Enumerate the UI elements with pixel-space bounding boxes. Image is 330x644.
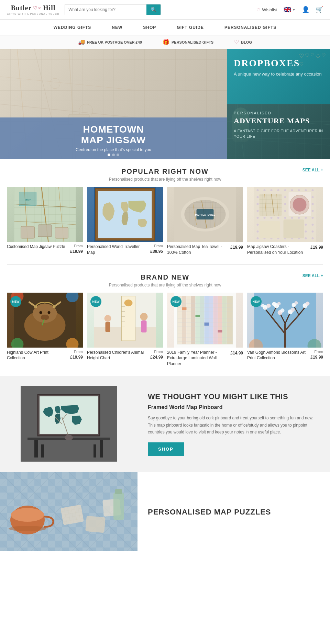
nav-item-shop[interactable]: SHOP [133, 20, 166, 35]
svg-point-73 [124, 300, 133, 306]
svg-rect-30 [55, 227, 68, 238]
svg-rect-89 [196, 296, 200, 344]
product-image-jigsaw: MAP [7, 187, 83, 242]
svg-point-65 [40, 311, 42, 314]
truck-icon: 🚚 [78, 39, 85, 45]
product-image-world-map [87, 187, 163, 242]
brand-new-see-all[interactable]: SEE ALL + [302, 273, 323, 278]
svg-rect-95 [222, 296, 227, 344]
svg-text:MAP TEA TOWEL: MAP TEA TOWEL [195, 214, 215, 216]
gift-icon: 🎁 [163, 39, 169, 45]
search-input[interactable] [65, 4, 146, 15]
svg-rect-111 [205, 323, 209, 326]
product-card-height-chart[interactable]: NEW [87, 293, 163, 369]
nav-item-gift-guide[interactable]: GIFT GUIDE [166, 20, 214, 35]
logo[interactable]: Butler ♡∞ Hill GIFTS WITH A PERSONAL TOU… [7, 4, 59, 15]
product-info-height-chart: Personalised Children's Animal Height Ch… [87, 348, 163, 363]
product-card-tea-towel[interactable]: MAP TEA TOWEL Personalised Map Tea Towel… [167, 187, 243, 258]
hero-dot-1[interactable] [108, 154, 110, 156]
svg-rect-54 [260, 221, 280, 238]
product-info-jigsaw: Customised Map Jigsaw Puzzle From £19.99 [7, 242, 83, 256]
bottom-teaser-title: PERSONALISED MAP PUZZLES [148, 508, 320, 517]
product-price-world-map: £39.95 [150, 249, 163, 254]
svg-rect-96 [227, 296, 233, 344]
product-info-almond: Van Gogh Almond Blossoms Art Print Colle… [247, 348, 323, 363]
brand-new-title: BRAND NEW [7, 273, 323, 281]
bottom-teaser: PERSONALISED MAP PUZZLES [0, 472, 330, 552]
product-name-tea-towel: Personalised Map Tea Towel - 100% Cotton [167, 244, 228, 256]
hero-left-heading: HOMETOWNMAP JIGSAW [7, 124, 220, 146]
hero-left-overlay: HOMETOWNMAP JIGSAW Centred on the place … [0, 117, 227, 159]
product-card-coasters[interactable]: Map Jigsaw Coasters - Personalised on Yo… [247, 187, 323, 258]
product-name-coasters: Map Jigsaw Coasters - Personalised on Yo… [247, 244, 308, 256]
svg-rect-144 [94, 444, 96, 457]
info-shipping[interactable]: 🚚 FREE UK POSTAGE OVER £40 [78, 39, 142, 45]
product-name-jigsaw: Customised Map Jigsaw Puzzle [7, 244, 67, 250]
svg-rect-165 [60, 505, 84, 525]
hero-adventure[interactable]: PERSONALISED ADVENTURE MAPS A FANTASTIC … [227, 104, 330, 159]
hero-dot-3[interactable] [117, 154, 119, 156]
hero-left-subtext: Centred on the place that's special to y… [7, 147, 220, 152]
chevron-down-icon: ▼ [292, 8, 296, 12]
svg-point-132 [291, 308, 295, 312]
nav-item-wedding-gifts[interactable]: WEDDING GIFTS [43, 20, 102, 35]
svg-rect-112 [218, 330, 222, 332]
feature-image [0, 376, 138, 472]
product-card-highland[interactable]: NEW [7, 293, 83, 369]
new-badge-planner: NEW [170, 296, 182, 307]
svg-rect-93 [213, 296, 218, 344]
product-card-planner[interactable]: NEW [167, 293, 243, 369]
product-image-tea-towel: MAP TEA TOWEL [167, 187, 243, 242]
nav-item-personalised-gifts[interactable]: PERSONALISED GIFTS [214, 20, 287, 35]
svg-rect-167 [115, 489, 122, 494]
svg-point-53 [293, 198, 307, 212]
product-price-planner: £14.99 [230, 351, 243, 355]
product-card-world-map[interactable]: Personalised World Traveller Map From £3… [87, 187, 163, 258]
logo-text-butler: Butler [11, 4, 32, 12]
brand-new-products: NEW [7, 293, 323, 369]
svg-point-125 [261, 304, 265, 307]
search-button[interactable]: 🔍 [146, 4, 161, 15]
new-badge-almond: NEW [251, 296, 262, 307]
info-personalised-text: PERSONALISED GIFTS [172, 40, 213, 44]
product-price-almond: £19.99 [310, 355, 323, 360]
new-badge-highland: NEW [10, 296, 21, 307]
popular-see-all[interactable]: SEE ALL + [302, 168, 323, 172]
hero-dropboxes[interactable]: ♡ ♡ ♡ ♡ ♡ ♡ DROPBOXES A unique new way t… [227, 49, 330, 104]
product-from-jigsaw: From [70, 244, 83, 248]
bottom-teaser-content: PERSONALISED MAP PUZZLES [138, 472, 330, 552]
popular-section: POPULAR RIGHT NOW Personalised products … [0, 159, 330, 264]
flag-icon: 🇬🇧 [284, 6, 291, 13]
hero-left[interactable]: HOMETOWNMAP JIGSAW Centred on the place … [0, 49, 227, 159]
svg-rect-90 [200, 296, 205, 344]
bottom-teaser-image [0, 472, 138, 552]
wishlist-link[interactable]: ♡ Wishlist [256, 7, 277, 12]
nav-item-new[interactable]: NEW [101, 20, 133, 35]
popular-title: POPULAR RIGHT NOW [7, 168, 323, 176]
feature-description: Say goodbye to your boring old cork pinb… [148, 415, 320, 436]
product-price-coasters: £19.99 [310, 245, 323, 250]
product-card-almond[interactable]: NEW [247, 293, 323, 369]
product-image-coasters [247, 187, 323, 242]
product-from-almond: From [310, 350, 323, 354]
hero-dot-2[interactable] [112, 154, 115, 156]
logo-subtitle: GIFTS WITH A PERSONAL TOUCH [7, 13, 59, 15]
language-selector[interactable]: 🇬🇧 ▼ [284, 6, 296, 13]
info-personalised[interactable]: 🎁 PERSONALISED GIFTS [163, 39, 213, 45]
cart-icon[interactable]: 🛒 [316, 6, 323, 13]
svg-rect-55 [284, 219, 304, 238]
svg-text:MAP: MAP [25, 198, 31, 201]
adventure-heading: ADVENTURE MAPS [234, 117, 323, 125]
account-icon[interactable]: 👤 [302, 6, 309, 13]
product-price-jigsaw: £19.99 [70, 249, 83, 254]
product-name-planner: 2019 Family Year Planner - Extra-large L… [167, 350, 228, 367]
product-card-jigsaw[interactable]: MAP Customised Map Jigsaw Puzzle From £1… [7, 187, 83, 258]
svg-point-127 [277, 302, 281, 305]
product-info-highland: Highland Cow Art Print Collection From £… [7, 348, 83, 363]
popular-products: MAP Customised Map Jigsaw Puzzle From £1… [7, 187, 323, 258]
product-info-coasters: Map Jigsaw Coasters - Personalised on Yo… [247, 242, 323, 258]
feature-shop-button[interactable]: SHOP [148, 442, 184, 456]
svg-rect-87 [187, 296, 191, 344]
info-blog[interactable]: ♡ BLOG [234, 39, 252, 45]
svg-point-151 [65, 435, 73, 440]
